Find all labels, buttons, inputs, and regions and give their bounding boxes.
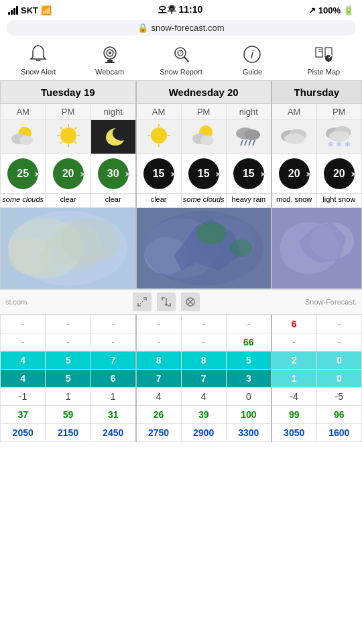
nav-piste-map[interactable]: Piste Map xyxy=(290,42,357,76)
data-cell-1-6: - xyxy=(272,333,316,352)
data-row-1: -----66-- xyxy=(1,333,362,352)
svg-point-63 xyxy=(230,239,252,258)
map-wednesday xyxy=(136,208,272,289)
svg-line-41 xyxy=(241,140,243,146)
day-wednesday: Wednesday 20 xyxy=(136,81,272,104)
lock-icon: 🔒 xyxy=(137,23,148,33)
data-row-0: ------6- xyxy=(1,315,362,333)
data-cell-0-5: - xyxy=(226,315,271,333)
svg-rect-12 xyxy=(316,48,322,57)
cond-7: light snow xyxy=(316,194,361,208)
weather-icon-row: ❄ ❄ ❄ xyxy=(1,120,362,154)
data-cell-0-1: - xyxy=(46,315,90,333)
data-cell-3-4: 7 xyxy=(181,370,226,388)
data-table: ------6------66--4578852045677310-111440… xyxy=(0,315,362,442)
weather-table: Tuesday 19 Wednesday 20 Thursday AM PM n… xyxy=(0,80,362,289)
data-cell-5-5: 100 xyxy=(226,406,271,424)
data-cell-6-1: 2150 xyxy=(46,424,90,442)
cond-0: some clouds xyxy=(1,194,46,208)
cond-1: clear xyxy=(46,194,90,208)
battery-icon: 🔋 xyxy=(343,5,354,15)
location-icon: ↗ xyxy=(308,5,316,15)
data-row-4: -111440-4-5 xyxy=(1,388,362,406)
url-bar[interactable]: 🔒 snow-forecast.com xyxy=(7,20,355,36)
data-cell-0-0: - xyxy=(1,315,46,333)
data-cell-1-5: 66 xyxy=(226,333,271,352)
data-cell-3-2: 6 xyxy=(90,370,135,388)
day-thursday: Thursday xyxy=(272,81,362,104)
data-row-2: 45788520 xyxy=(1,352,362,370)
wind-row: 25 20 30 15 15 15 20 20 xyxy=(1,154,362,194)
map-row xyxy=(1,208,362,289)
toolbar-icon-1[interactable] xyxy=(133,292,152,311)
map-tuesday xyxy=(1,208,136,289)
url-text: snow-forecast.com xyxy=(151,23,224,33)
svg-line-44 xyxy=(253,140,255,146)
data-cell-3-0: 4 xyxy=(1,370,46,388)
nav-snow-report-label: Snow Report xyxy=(160,68,202,76)
status-right: ↗ 100% 🔋 xyxy=(308,5,354,15)
snow-report-icon xyxy=(169,42,193,66)
data-cell-1-4: - xyxy=(181,333,226,352)
weather-icon-wed-night xyxy=(226,120,271,154)
clock: 오후 11:10 xyxy=(158,4,203,16)
data-cell-6-3: 2750 xyxy=(136,424,181,442)
svg-text:i: i xyxy=(251,49,254,60)
wifi-icon: 📶 xyxy=(41,5,52,15)
cond-6: mod. snow xyxy=(272,194,316,208)
bell-icon xyxy=(26,42,50,66)
toolbar-icon-3[interactable] xyxy=(181,292,200,311)
weather-icon-thu-pm: ❄ ❄ ❄ xyxy=(316,120,361,154)
nav-snow-alert[interactable]: Snow Alert xyxy=(5,42,72,76)
webcam-icon xyxy=(98,42,122,66)
cond-4: some clouds xyxy=(181,194,226,208)
data-cell-5-2: 31 xyxy=(90,406,135,424)
timeslot-1: PM xyxy=(46,104,90,120)
data-cell-4-3: 4 xyxy=(136,388,181,406)
svg-point-31 xyxy=(151,127,167,144)
timeslot-6: AM xyxy=(272,104,316,120)
map-wednesday-visual xyxy=(137,208,271,288)
data-cell-4-7: -5 xyxy=(316,388,361,406)
data-cell-6-4: 2900 xyxy=(181,424,226,442)
svg-rect-3 xyxy=(107,60,113,62)
svg-line-26 xyxy=(60,127,62,129)
data-cell-6-5: 3300 xyxy=(226,424,271,442)
data-cell-5-6: 99 xyxy=(272,406,316,424)
data-cell-1-1: - xyxy=(46,333,90,352)
piste-map-icon xyxy=(312,42,336,66)
data-cell-1-7: - xyxy=(316,333,361,352)
svg-point-20 xyxy=(19,136,33,145)
nav-guide-label: Guide xyxy=(243,68,262,76)
svg-point-38 xyxy=(200,136,214,145)
data-cell-0-2: - xyxy=(90,315,135,333)
data-cell-0-3: - xyxy=(136,315,181,333)
ampm-row: AM PM night AM PM night AM PM xyxy=(1,104,362,120)
data-cell-0-4: - xyxy=(181,315,226,333)
timeslot-7: PM xyxy=(316,104,361,120)
nav-guide[interactable]: i Guide xyxy=(219,42,286,76)
data-cell-0-7: - xyxy=(316,315,361,333)
nav-snow-report[interactable]: Snow Report xyxy=(147,42,215,76)
svg-line-43 xyxy=(249,140,251,146)
svg-text:❄ ❄ ❄: ❄ ❄ ❄ xyxy=(328,140,350,148)
toolbar-left-label: st.com xyxy=(5,298,27,306)
data-cell-2-0: 4 xyxy=(1,352,46,370)
svg-line-7 xyxy=(184,57,188,62)
data-cell-1-0: - xyxy=(1,333,46,352)
data-cell-5-4: 39 xyxy=(181,406,226,424)
guide-icon: i xyxy=(240,42,264,66)
timeslot-0: AM xyxy=(1,104,46,120)
data-cell-0-6: 6 xyxy=(272,315,316,333)
data-cell-4-4: 4 xyxy=(181,388,226,406)
cond-2: clear xyxy=(90,194,135,208)
data-row-3: 45677310 xyxy=(1,370,362,388)
nav-piste-map-label: Piste Map xyxy=(307,68,340,76)
weather-icon-thu-am xyxy=(272,120,316,154)
toolbar-icon-2[interactable] xyxy=(157,292,176,311)
data-cell-3-3: 7 xyxy=(136,370,181,388)
nav-snow-alert-label: Snow Alert xyxy=(21,68,56,76)
status-left: SKT 📶 xyxy=(8,5,52,15)
nav-webcam[interactable]: Webcam xyxy=(76,42,143,76)
data-cell-4-6: -4 xyxy=(272,388,316,406)
